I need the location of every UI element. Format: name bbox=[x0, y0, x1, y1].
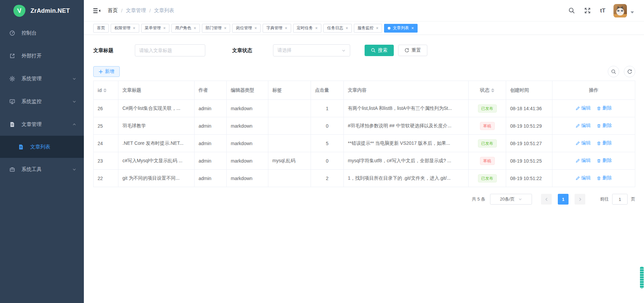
tab-service-monitor[interactable]: 服务监控× bbox=[354, 24, 382, 33]
articles-table: id 文章标题 作者 编辑器类型 标签 点击量 文章内容 状态 创建时间 操作 bbox=[93, 81, 635, 187]
tab-close-icon[interactable]: × bbox=[254, 26, 257, 30]
edit-button[interactable]: 编辑 bbox=[576, 175, 591, 181]
cell-hits: 1 bbox=[311, 100, 344, 117]
breadcrumb-current: 文章列表 bbox=[154, 7, 174, 14]
next-page-button[interactable] bbox=[575, 194, 585, 205]
dashboard-icon bbox=[9, 30, 15, 36]
search-icon[interactable] bbox=[569, 7, 575, 14]
goto-page-input[interactable] bbox=[612, 194, 628, 205]
caret-down-icon[interactable] bbox=[631, 11, 634, 13]
breadcrumb-home[interactable]: 首页 bbox=[108, 7, 118, 14]
page-size-select[interactable]: 20条/页 bbox=[490, 194, 532, 205]
tab-label: 首页 bbox=[97, 25, 105, 31]
sidebar-item-system-monitor[interactable]: 系统监控 bbox=[0, 90, 84, 113]
cell-title: git 为不同的项目设置不同... bbox=[118, 170, 195, 187]
edit-button[interactable]: 编辑 bbox=[576, 105, 591, 111]
cell-actions: 编辑删除 bbox=[552, 152, 635, 170]
tab-close-icon[interactable]: × bbox=[315, 26, 318, 30]
cell-status: 已发布 bbox=[469, 100, 506, 117]
tab-label: 部门管理 bbox=[206, 25, 222, 31]
add-button[interactable]: 新增 bbox=[93, 66, 120, 77]
tab-close-icon[interactable]: × bbox=[224, 26, 227, 30]
delete-button[interactable]: 删除 bbox=[597, 158, 612, 164]
edit-label: 编辑 bbox=[581, 105, 591, 111]
tab-close-icon[interactable]: × bbox=[285, 26, 287, 30]
tab-close-icon[interactable]: × bbox=[133, 26, 136, 30]
tab-article-list[interactable]: 文章列表× bbox=[384, 24, 418, 33]
article-title-input[interactable] bbox=[135, 44, 205, 56]
cell-author: admin bbox=[195, 135, 227, 152]
tab-scheduled-tasks[interactable]: 定时任务× bbox=[293, 24, 322, 33]
reset-button[interactable]: 重置 bbox=[398, 45, 427, 56]
tab-permission-management[interactable]: 权限管理× bbox=[111, 24, 139, 33]
tab-close-icon[interactable]: × bbox=[411, 26, 414, 30]
tab-post-management[interactable]: 岗位管理× bbox=[232, 24, 261, 33]
font-size-icon[interactable]: tT bbox=[600, 7, 605, 14]
column-header-status[interactable]: 状态 bbox=[469, 81, 506, 100]
column-label: 标签 bbox=[272, 87, 282, 93]
sidebar: V ZrAdmin.NET 控制台 外部打开 系统管理 bbox=[0, 0, 84, 303]
breadcrumb-section[interactable]: 文章管理 bbox=[126, 7, 146, 14]
article-status-select[interactable]: 请选择 bbox=[273, 44, 350, 56]
table-header-row: id 文章标题 作者 编辑器类型 标签 点击量 文章内容 状态 创建时间 操作 bbox=[94, 81, 635, 100]
edit-button[interactable]: 编辑 bbox=[576, 158, 591, 164]
chevron-up-icon bbox=[72, 122, 76, 127]
refresh-button[interactable] bbox=[624, 66, 635, 77]
tab-close-icon[interactable]: × bbox=[376, 26, 379, 30]
tab-menu-management[interactable]: 菜单管理× bbox=[141, 24, 170, 33]
delete-button[interactable]: 删除 bbox=[597, 175, 612, 181]
fullscreen-icon[interactable] bbox=[584, 7, 591, 14]
column-header-tag: 标签 bbox=[268, 81, 311, 100]
sidebar-item-label: 系统管理 bbox=[21, 76, 42, 82]
goto-label: 前往 bbox=[600, 196, 609, 202]
edit-label: 编辑 bbox=[581, 123, 591, 129]
tab-close-icon[interactable]: × bbox=[345, 26, 348, 30]
tab-dict-management[interactable]: 字典管理× bbox=[263, 24, 291, 33]
sidebar-item-article-management[interactable]: 文章管理 bbox=[0, 113, 84, 136]
sidebar-item-system-management[interactable]: 系统管理 bbox=[0, 67, 84, 90]
main-area: 首页 / 文章管理 / 文章列表 tT bbox=[84, 0, 644, 303]
tab-home[interactable]: 首页 bbox=[93, 24, 109, 33]
edit-button[interactable]: 编辑 bbox=[576, 140, 591, 146]
delete-button[interactable]: 删除 bbox=[597, 123, 612, 129]
cell-content: #羽毛球拍参数说明 ## 中管软硬选择以及长度介... bbox=[344, 117, 469, 135]
delete-button[interactable]: 删除 bbox=[597, 140, 612, 146]
sidebar-item-label: 外部打开 bbox=[21, 53, 42, 59]
sidebar-item-system-tools[interactable]: 系统工具 bbox=[0, 158, 84, 181]
tab-close-icon[interactable]: × bbox=[163, 26, 166, 30]
prev-page-button[interactable] bbox=[541, 194, 552, 205]
edit-label: 编辑 bbox=[581, 140, 591, 146]
tab-department-management[interactable]: 部门管理× bbox=[202, 24, 230, 33]
column-label: 文章内容 bbox=[348, 87, 367, 93]
sidebar-item-article-list[interactable]: 文章列表 bbox=[0, 136, 84, 158]
sort-icon bbox=[103, 88, 107, 92]
edit-button[interactable]: 编辑 bbox=[576, 123, 591, 129]
table-row: 22 git 为不同的项目设置不同... admin markdown 2 1，… bbox=[94, 170, 635, 187]
tab-user-role[interactable]: 用户角色× bbox=[171, 24, 200, 33]
sidebar-item-external-open[interactable]: 外部打开 bbox=[0, 44, 84, 67]
delete-label: 删除 bbox=[602, 158, 612, 164]
chevron-down-icon bbox=[518, 197, 522, 201]
search-toggle-button[interactable] bbox=[608, 66, 619, 77]
tab-close-icon[interactable]: × bbox=[194, 26, 196, 30]
avatar[interactable] bbox=[613, 4, 627, 17]
tab-label: 用户角色 bbox=[175, 25, 191, 31]
cell-status: 已发布 bbox=[469, 170, 506, 187]
sidebar-fold-icon[interactable] bbox=[93, 8, 100, 13]
cell-content: **错误提示** 当电脑更新 VS2017 版本后，如果... bbox=[344, 135, 469, 152]
sidebar-item-console[interactable]: 控制台 bbox=[0, 21, 84, 44]
cell-hits: 0 bbox=[311, 152, 344, 170]
cell-author: admin bbox=[195, 170, 227, 187]
breadcrumb: 首页 / 文章管理 / 文章列表 bbox=[108, 7, 174, 14]
column-header-id[interactable]: id bbox=[94, 81, 118, 100]
page-number-button[interactable]: 1 bbox=[558, 194, 569, 205]
column-header-content: 文章内容 bbox=[344, 81, 469, 100]
external-link-icon bbox=[9, 53, 15, 59]
search-button[interactable]: 搜索 bbox=[365, 45, 394, 56]
pagination: 共 5 条 20条/页 1 前往 页 bbox=[93, 194, 635, 205]
tab-task-logs[interactable]: 任务日志× bbox=[323, 24, 352, 33]
column-label: 状态 bbox=[480, 87, 489, 93]
scrollbar-thumb[interactable] bbox=[640, 266, 644, 289]
delete-button[interactable]: 删除 bbox=[597, 105, 612, 111]
table-row: 23 c#写入Mysql中文显示乱码 ... admin markdown my… bbox=[94, 152, 635, 170]
